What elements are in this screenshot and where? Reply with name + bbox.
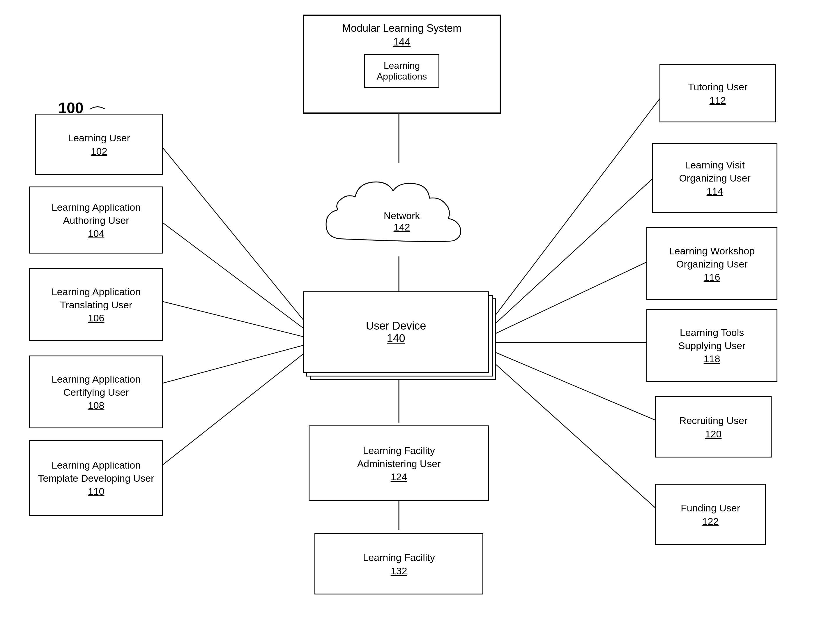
translating-user-label: Learning ApplicationTranslating User	[52, 285, 141, 311]
facility-admin-user-label: Learning FacilityAdministering User	[357, 444, 440, 470]
cloud-shape	[314, 157, 489, 262]
tools-supplying-user-ref: 118	[704, 353, 720, 365]
workshop-organizing-user-ref: 116	[704, 271, 720, 283]
certifying-user-label: Learning ApplicationCertifying User	[52, 373, 141, 398]
svg-line-4	[157, 300, 309, 338]
diagram: 100 Modular Learning System 144 Learning…	[0, 0, 840, 644]
svg-line-6	[157, 350, 309, 469]
svg-line-3	[157, 219, 309, 332]
translating-user-ref: 106	[88, 312, 105, 324]
authoring-user-node: Learning ApplicationAuthoring User 104	[29, 187, 163, 253]
learning-facility-node: Learning Facility 132	[314, 533, 483, 595]
learning-applications-label: LearningApplications	[377, 60, 427, 82]
learning-user-ref: 102	[91, 146, 107, 157]
network-label: Network	[384, 210, 420, 222]
certifying-user-ref: 108	[88, 400, 105, 411]
svg-line-5	[157, 344, 309, 384]
template-developing-user-node: Learning ApplicationTemplate Developing …	[29, 440, 163, 516]
svg-line-7	[489, 93, 664, 324]
tutoring-user-label: Tutoring User	[688, 80, 748, 93]
user-device-label: User Device	[366, 320, 426, 332]
svg-line-2	[159, 143, 309, 326]
template-developing-user-ref: 110	[88, 486, 105, 497]
certifying-user-node: Learning ApplicationCertifying User 108	[29, 355, 163, 428]
network-cloud: Network 142	[314, 157, 489, 262]
user-device-node: User Device 140	[303, 291, 489, 373]
learning-applications-box: LearningApplications	[364, 54, 440, 88]
workshop-organizing-user-label: Learning WorkshopOrganizing User	[669, 245, 755, 270]
recruiting-user-ref: 120	[705, 428, 722, 440]
tools-supplying-user-label: Learning ToolsSupplying User	[678, 326, 746, 352]
workshop-organizing-user-node: Learning WorkshopOrganizing User 116	[647, 227, 778, 300]
template-developing-user-label: Learning ApplicationTemplate Developing …	[38, 459, 154, 484]
learning-facility-ref: 132	[391, 565, 407, 577]
network-ref: 142	[384, 222, 420, 233]
tutoring-user-node: Tutoring User 112	[660, 64, 776, 122]
user-device-ref: 140	[386, 332, 405, 345]
svg-line-8	[489, 176, 655, 329]
modular-learning-system-node: Modular Learning System 144 LearningAppl…	[303, 15, 501, 113]
mls-label: Modular Learning System 144	[342, 21, 462, 49]
translating-user-node: Learning ApplicationTranslating User 106	[29, 268, 163, 341]
learning-facility-label: Learning Facility	[363, 551, 435, 564]
network-text: Network 142	[384, 210, 420, 233]
tools-supplying-user-node: Learning ToolsSupplying User 118	[647, 309, 778, 382]
recruiting-user-node: Recruiting User 120	[655, 396, 771, 457]
visit-organizing-user-node: Learning VisitOrganizing User 114	[652, 143, 778, 213]
mls-ref: 144	[393, 36, 411, 48]
svg-line-11	[489, 350, 661, 422]
funding-user-label: Funding User	[681, 501, 740, 514]
authoring-user-ref: 104	[88, 228, 105, 239]
learning-user-label: Learning User	[68, 131, 130, 144]
funding-user-ref: 122	[702, 516, 719, 527]
user-device-stack: User Device 140	[303, 291, 501, 384]
svg-line-9	[489, 261, 649, 337]
learning-user-node: Learning User 102	[35, 113, 163, 175]
svg-line-12	[489, 358, 661, 513]
recruiting-user-label: Recruiting User	[679, 414, 747, 427]
authoring-user-label: Learning ApplicationAuthoring User	[52, 201, 141, 227]
facility-admin-user-ref: 124	[391, 471, 407, 483]
visit-organizing-user-ref: 114	[707, 186, 723, 197]
facility-admin-user-node: Learning FacilityAdministering User 124	[309, 426, 489, 501]
funding-user-node: Funding User 122	[655, 484, 766, 545]
visit-organizing-user-label: Learning VisitOrganizing User	[679, 159, 751, 184]
tutoring-user-ref: 112	[709, 95, 726, 106]
